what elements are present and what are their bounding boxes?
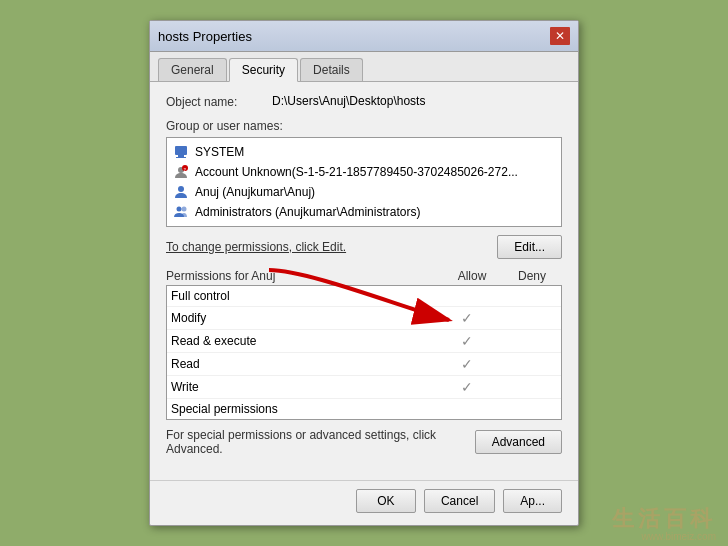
perm-name: Write [171,380,437,394]
tab-details[interactable]: Details [300,58,363,81]
edit-button[interactable]: Edit... [497,235,562,259]
list-item: Administrators (Anujkumar\Administrators… [169,202,559,222]
object-name-value: D:\Users\Anuj\Desktop\hosts [272,94,425,108]
perm-name: Modify [171,311,437,325]
user-name: Anuj (Anujkumar\Anuj) [195,185,315,199]
permissions-header: Permissions for Anuj Allow Deny [166,269,562,283]
watermark-sub: www.bimeiz.com [642,531,716,542]
tab-security[interactable]: Security [229,58,298,82]
list-item: Anuj (Anujkumar\Anuj) [169,182,559,202]
perm-name: Special permissions [171,402,437,416]
perm-name: Full control [171,289,437,303]
perm-row-special: Special permissions [167,399,561,419]
group-label: Group or user names: [166,119,562,133]
user-name: Account Unknown(S-1-5-21-1857789450-3702… [195,165,518,179]
permissions-listbox: Full control Modify ✓ Read & execute ✓ R… [166,285,562,420]
perm-allow-check: ✓ [437,310,497,326]
unknown-user-icon: ? [173,164,189,180]
advanced-text: For special permissions or advanced sett… [166,428,466,456]
change-perm-row: To change permissions, click Edit. Edit.… [166,235,562,259]
svg-point-6 [178,186,184,192]
permissions-for-label: Permissions for Anuj [166,269,442,283]
hosts-properties-dialog: hosts Properties ✕ General Security Deta… [149,20,579,526]
tab-general[interactable]: General [158,58,227,81]
security-content: Object name: D:\Users\Anuj\Desktop\hosts… [150,82,578,480]
perm-row-fullcontrol: Full control [167,286,561,307]
title-bar: hosts Properties ✕ [150,21,578,52]
perm-allow-check: ✓ [437,379,497,395]
user-icon [173,184,189,200]
perm-name: Read & execute [171,334,437,348]
tab-bar: General Security Details [150,52,578,82]
perm-allow-check: ✓ [437,356,497,372]
allow-header: Allow [442,269,502,283]
title-bar-title: hosts Properties [158,29,252,44]
svg-point-8 [182,207,187,212]
list-item: ? Account Unknown(S-1-5-21-1857789450-37… [169,162,559,182]
advanced-button[interactable]: Advanced [475,430,562,454]
list-item: SYSTEM [169,142,559,162]
perm-name: Read [171,357,437,371]
bottom-buttons: OK Cancel Ap... [150,480,578,525]
apply-button[interactable]: Ap... [503,489,562,513]
admin-icon [173,204,189,220]
svg-rect-1 [178,155,184,157]
ok-button[interactable]: OK [356,489,416,513]
object-name-label: Object name: [166,94,266,109]
close-button[interactable]: ✕ [550,27,570,45]
perm-row-write: Write ✓ [167,376,561,399]
user-name: SYSTEM [195,145,244,159]
perm-row-readexecute: Read & execute ✓ [167,330,561,353]
svg-rect-2 [176,157,186,158]
advanced-row: For special permissions or advanced sett… [166,428,562,456]
watermark: 生活百科 [612,504,716,534]
system-icon [173,144,189,160]
cancel-button[interactable]: Cancel [424,489,495,513]
deny-header: Deny [502,269,562,283]
user-name: Administrators (Anujkumar\Administrators… [195,205,420,219]
svg-point-7 [177,207,182,212]
users-listbox[interactable]: SYSTEM ? Account Unknown(S-1-5-21-185778… [166,137,562,227]
perm-row-modify: Modify ✓ [167,307,561,330]
perm-row-read: Read ✓ [167,353,561,376]
svg-rect-0 [175,146,187,155]
change-perm-text: To change permissions, click Edit. [166,240,346,254]
perm-allow-check: ✓ [437,333,497,349]
object-name-row: Object name: D:\Users\Anuj\Desktop\hosts [166,94,562,109]
